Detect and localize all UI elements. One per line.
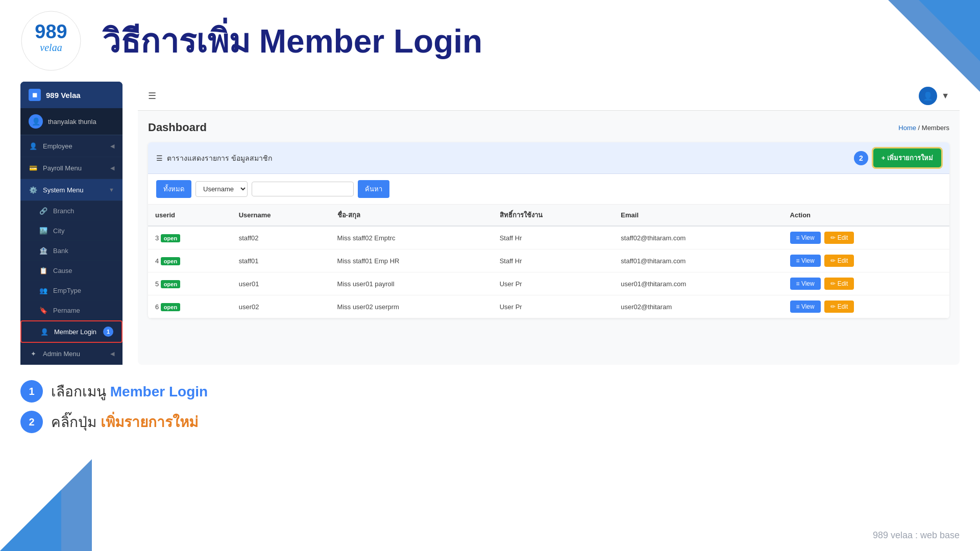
sidebar-item-member-login[interactable]: 👤 Member Login 1 bbox=[20, 320, 122, 343]
col-username: Username bbox=[232, 205, 330, 226]
footer-text: 989 velaa : web base bbox=[873, 530, 960, 541]
col-fullname: ชื่อ-สกุล bbox=[330, 205, 493, 226]
table-card: ☰ ตารางแสดงรายการ ข้อมูลสมาชิก 2 + เพิ่ม… bbox=[148, 142, 949, 318]
member-login-icon: 👤 bbox=[40, 327, 49, 336]
content-area: ☰ 👤 ▼ Dashboard Home / Members bbox=[138, 82, 960, 365]
sidebar-item-system[interactable]: ⚙️ System Menu ▼ bbox=[20, 179, 122, 201]
content-topbar: ☰ 👤 ▼ bbox=[138, 82, 960, 111]
table-row: 3 open staff02 Miss staff02 Emptrc Staff… bbox=[148, 226, 949, 249]
breadcrumb-home[interactable]: Home bbox=[898, 124, 916, 132]
cell-role: Staff Hr bbox=[493, 226, 614, 249]
cell-fullname: Miss staff01 Emp HR bbox=[330, 249, 493, 272]
svg-text:989: 989 bbox=[35, 21, 67, 42]
arrow-icon: ▼ bbox=[109, 187, 114, 193]
emptype-icon: 👥 bbox=[39, 286, 48, 295]
cell-userid: 4 open bbox=[148, 249, 232, 272]
status-badge: open bbox=[161, 280, 180, 288]
table-card-title-text: ตารางแสดงรายการ ข้อมูลสมาชิก bbox=[167, 153, 272, 164]
instruction-text-1: เลือกเมนู Member Login bbox=[51, 380, 208, 403]
corner-decoration-bl2 bbox=[0, 490, 61, 551]
arrow-icon: ◀ bbox=[110, 350, 114, 357]
col-role: สิทธิ์การใช้งาน bbox=[493, 205, 614, 226]
sidebar-item-label: Admin Menu bbox=[43, 350, 80, 358]
table-row: 4 open staff01 Miss staff01 Emp HR Staff… bbox=[148, 249, 949, 272]
view-button[interactable]: ≡ View bbox=[790, 232, 821, 244]
status-badge: open bbox=[161, 234, 180, 242]
instruction-number-1: 1 bbox=[20, 380, 43, 403]
record-count-badge: 2 bbox=[854, 151, 868, 165]
table-card-title: ☰ ตารางแสดงรายการ ข้อมูลสมาชิก bbox=[156, 153, 272, 164]
sidebar-item-branch[interactable]: 🔗 Branch bbox=[20, 201, 122, 221]
status-badge: open bbox=[161, 303, 180, 311]
sidebar-item-city[interactable]: 🏙️ City bbox=[20, 221, 122, 241]
cell-username: staff01 bbox=[232, 249, 330, 272]
logo: 989 velaa bbox=[20, 10, 82, 71]
sidebar-item-payroll[interactable]: 💳 Payroll Menu ◀ bbox=[20, 157, 122, 179]
topbar-dropdown-arrow[interactable]: ▼ bbox=[941, 91, 949, 101]
data-table: userid Username ชื่อ-สกุล สิทธิ์การใช้งา… bbox=[148, 205, 949, 318]
search-input[interactable] bbox=[252, 182, 354, 196]
table-icon: ☰ bbox=[156, 154, 163, 162]
instruction-strong-2: เพิ่มรายการใหม่ bbox=[101, 414, 198, 430]
view-button[interactable]: ≡ View bbox=[790, 300, 821, 313]
table-header-row: userid Username ชื่อ-สกุล สิทธิ์การใช้งา… bbox=[148, 205, 949, 226]
edit-button[interactable]: ✏ Edit bbox=[824, 300, 854, 313]
col-email: Email bbox=[614, 205, 782, 226]
show-all-button[interactable]: ทั้งหมด bbox=[156, 180, 191, 198]
table-card-actions: 2 + เพิ่มรายการใหม่ bbox=[854, 148, 941, 167]
edit-button[interactable]: ✏ Edit bbox=[824, 232, 854, 244]
sidebar-brand-label: 989 Velaa bbox=[46, 91, 81, 99]
cell-fullname: Miss user02 userprm bbox=[330, 295, 493, 318]
sidebar-item-emptype[interactable]: 👥 EmpType bbox=[20, 281, 122, 300]
search-field-select[interactable]: Username Email ชื่อ-สกุล bbox=[195, 181, 248, 197]
sidebar-item-label: System Menu bbox=[43, 186, 83, 194]
cell-email: user01@thitaram.com bbox=[614, 272, 782, 295]
pername-icon: 🔖 bbox=[39, 306, 48, 315]
sidebar-item-label: Payroll Menu bbox=[43, 164, 82, 172]
cell-userid: 5 open bbox=[148, 272, 232, 295]
table-row: 5 open user01 Miss user01 payroll User P… bbox=[148, 272, 949, 295]
arrow-icon: ◀ bbox=[110, 165, 114, 171]
search-bar: ทั้งหมด Username Email ชื่อ-สกุล ค้นหา bbox=[148, 174, 949, 205]
sidebar-item-label: Bank bbox=[53, 247, 68, 255]
cell-role: User Pr bbox=[493, 272, 614, 295]
system-icon: ⚙️ bbox=[29, 185, 38, 194]
col-action: Action bbox=[783, 205, 949, 226]
cell-action: ≡ View ✏ Edit bbox=[783, 226, 949, 249]
main-body: ◼ 989 Velaa 👤 thanyalak thunla 👤 Employe… bbox=[0, 82, 980, 365]
view-button[interactable]: ≡ View bbox=[790, 278, 821, 290]
payroll-icon: 💳 bbox=[29, 163, 38, 172]
status-badge: open bbox=[161, 257, 180, 265]
member-login-badge: 1 bbox=[103, 327, 113, 337]
dashboard-title: Dashboard bbox=[148, 121, 207, 134]
cell-role: Staff Hr bbox=[493, 249, 614, 272]
sidebar-item-pername[interactable]: 🔖 Pername bbox=[20, 300, 122, 320]
sidebar-item-bank[interactable]: 🏦 Bank bbox=[20, 241, 122, 261]
cell-username: staff02 bbox=[232, 226, 330, 249]
sidebar-item-employee[interactable]: 👤 Employee ◀ bbox=[20, 135, 122, 157]
sidebar-brand: ◼ 989 Velaa bbox=[20, 82, 122, 108]
add-new-button[interactable]: + เพิ่มรายการใหม่ bbox=[873, 148, 941, 167]
sidebar-item-admin[interactable]: ✦ Admin Menu ◀ bbox=[20, 343, 122, 365]
user-icon: 👤 bbox=[29, 114, 43, 129]
arrow-icon: ◀ bbox=[110, 143, 114, 149]
search-button[interactable]: ค้นหา bbox=[358, 180, 389, 198]
table-card-header: ☰ ตารางแสดงรายการ ข้อมูลสมาชิก 2 + เพิ่ม… bbox=[148, 142, 949, 174]
sidebar-item-label: Pername bbox=[53, 307, 80, 314]
edit-button[interactable]: ✏ Edit bbox=[824, 278, 854, 290]
hamburger-icon[interactable]: ☰ bbox=[148, 90, 156, 102]
sidebar-item-label: City bbox=[53, 227, 64, 235]
sidebar-user: 👤 thanyalak thunla bbox=[20, 108, 122, 135]
cell-fullname: Miss staff02 Emptrc bbox=[330, 226, 493, 249]
admin-icon: ✦ bbox=[29, 349, 38, 358]
sidebar-item-cause[interactable]: 📋 Cause bbox=[20, 261, 122, 281]
sidebar-item-label: Cause bbox=[53, 267, 72, 274]
edit-button[interactable]: ✏ Edit bbox=[824, 255, 854, 267]
page-main-title: วิธีการเพิ่ม Member Login bbox=[102, 15, 482, 67]
branch-icon: 🔗 bbox=[39, 206, 48, 215]
cell-action: ≡ View ✏ Edit bbox=[783, 249, 949, 272]
breadcrumb-separator: / bbox=[918, 124, 922, 132]
instruction-1: 1 เลือกเมนู Member Login bbox=[20, 380, 960, 403]
header: 989 velaa วิธีการเพิ่ม Member Login bbox=[0, 0, 980, 82]
view-button[interactable]: ≡ View bbox=[790, 255, 821, 267]
